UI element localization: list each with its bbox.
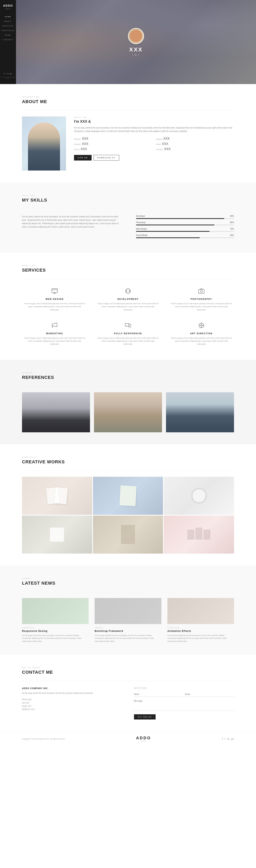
news-image-3	[167, 598, 234, 624]
linkedin-value: XXX	[164, 147, 170, 151]
portfolio-deco-3	[164, 477, 234, 515]
sidebar-logo: ADDO	[3, 4, 13, 7]
portfolio-item-2[interactable]	[93, 477, 163, 515]
skill-photoshop: Photoshop 80%	[136, 221, 234, 225]
skill-socialmedia-fill	[136, 237, 200, 238]
portfolio-item-1[interactable]	[22, 477, 92, 515]
footer-gplus-icon[interactable]: g+	[231, 738, 234, 740]
portfolio-deco-1	[22, 477, 92, 515]
portfolio-clock	[191, 488, 207, 504]
news-title-3[interactable]: Animation Effects	[167, 630, 234, 632]
services-grid: Web Desing Fusce congue, arcu in ullamco…	[22, 285, 234, 348]
portfolio-section-label: PORTFOLIO	[22, 456, 234, 458]
service-responsive-title: Fully Responsive	[97, 332, 159, 335]
hero-background: XXX I'm |	[16, 0, 256, 84]
footer-twitter-icon[interactable]: t	[225, 738, 225, 740]
service-marketing: Marketing Fusce congue, arcu in ullamcor…	[22, 319, 87, 348]
linkedin-label: LinkedIn:	[156, 149, 163, 151]
services-divider	[22, 279, 234, 279]
news-title-2[interactable]: Bootstrap Framework	[95, 630, 161, 632]
skill-photoshop-bar	[136, 224, 234, 225]
hero-name: XXX	[128, 46, 144, 53]
about-section-label: INFORMATION	[22, 96, 234, 98]
skills-section: SKILL SET MY SKILLS Far far away, behind…	[0, 183, 256, 253]
footer-copyright: Copyright © 2023 Company name. All right…	[22, 738, 65, 740]
nav-contact[interactable]: CONTACT	[2, 39, 14, 41]
contact-name-input[interactable]	[134, 692, 183, 697]
portfolio-item-5[interactable]	[93, 516, 163, 554]
skill-photoshop-label: Photoshop	[136, 221, 146, 223]
portfolio-bag-1	[187, 530, 194, 539]
footer-instagram-icon[interactable]: in	[227, 738, 229, 740]
portfolio-tote-bag	[50, 528, 64, 541]
skill-photoshop-fill	[136, 224, 214, 225]
svg-point-6	[200, 290, 202, 292]
email-value: XXX	[162, 142, 168, 146]
news-title-1[interactable]: Responsive Desing	[22, 630, 89, 632]
contact-company-name: ADDO COMPANY INC.	[22, 687, 122, 689]
reference-photo-1	[22, 392, 90, 432]
degree-label: Degree:	[156, 138, 162, 140]
svg-rect-0	[52, 288, 57, 292]
service-photography: Photography Fusce congue, arcu in ullamc…	[169, 285, 234, 313]
footer-social: f t in g+	[222, 738, 234, 740]
nav-portfolio[interactable]: PORTFOLIO	[2, 30, 14, 31]
portfolio-deco-2	[93, 477, 163, 515]
portfolio-item-3[interactable]	[164, 477, 234, 515]
portfolio-item-4[interactable]	[22, 516, 92, 554]
about-email: Email: XXX	[156, 142, 234, 146]
hero-content: XXX I'm |	[128, 28, 144, 56]
about-info: ABOUT ME I'm XXX & Far far away, behind …	[74, 117, 234, 170]
skill-developer: Developer 90%	[136, 215, 234, 219]
service-art-direction: Art Direction Fusce congue, arcu in ulla…	[169, 319, 234, 348]
about-website: Website: XXX	[74, 142, 152, 146]
birthday-value: XXX	[82, 137, 88, 140]
skills-bars: Developer 90% Photoshop 80% Web Design	[136, 215, 234, 241]
portfolio-book-1	[119, 485, 136, 506]
contact-email-input[interactable]	[185, 692, 234, 697]
social-twitter-icon[interactable]: t	[6, 73, 6, 75]
contact-send-button[interactable]: Say Hello!	[134, 714, 156, 719]
hero-typing: I'm |	[128, 54, 144, 56]
reference-card-1	[22, 392, 90, 432]
news-section: LATEST LATEST NEWS LIFESTYLE Responsive …	[0, 566, 256, 655]
about-phone: Phone: XXX	[74, 147, 152, 151]
footer-logo: ADDO	[136, 736, 151, 740]
contact-form: GET IN TOUCH Say Hello!	[134, 687, 234, 719]
skills-section-title: MY SKILLS	[22, 197, 234, 203]
contact-section-title: CONTACT ME	[22, 670, 234, 675]
about-birthday: Birthday: XXX	[74, 137, 152, 141]
social-linkedin-icon[interactable]: g+	[10, 73, 12, 75]
responsive-icon	[124, 321, 132, 330]
social-instagram-icon[interactable]: in	[7, 73, 9, 75]
website-label: Website:	[74, 143, 81, 145]
nav-about[interactable]: ABOUT	[2, 21, 14, 22]
footer-facebook-icon[interactable]: f	[222, 738, 223, 740]
hero-section: ADDO XXX HOME ABOUT SERVICES PORTFOLIO N…	[0, 0, 256, 84]
nav-news[interactable]: NEWS	[2, 34, 14, 36]
news-category-2: TRAVEL	[95, 627, 161, 629]
footer-logo-sub: XXX	[136, 740, 151, 742]
download-cv-button[interactable]: DOWNLOAD CV	[94, 155, 119, 160]
nav-services[interactable]: SERVICES	[2, 25, 14, 27]
skill-webdesign-label: Web Design	[136, 228, 147, 230]
birthday-label: Birthday:	[74, 138, 81, 140]
hire-me-button[interactable]: HIRE ME	[74, 155, 92, 160]
about-grid: ABOUT ME I'm XXX & Far far away, behind …	[22, 117, 234, 170]
social-facebook-icon[interactable]: f	[4, 73, 5, 75]
nav-home[interactable]: HOME	[2, 16, 14, 18]
phone-label: Phone:	[74, 149, 80, 151]
references-grid	[22, 392, 234, 432]
portfolio-box-2	[55, 487, 68, 504]
footer-brand: ADDO XXX	[136, 736, 151, 742]
references-section-title: REFERENCES	[22, 375, 234, 380]
about-photo-person	[28, 123, 60, 170]
contact-message-input[interactable]	[134, 699, 234, 711]
service-responsive-text: Fusce congue, arcu in ullamcorper placer…	[97, 337, 159, 346]
portfolio-item-6[interactable]	[164, 516, 234, 554]
reference-card-3	[166, 392, 234, 432]
news-image-2	[95, 598, 161, 624]
portfolio-grid	[22, 477, 234, 554]
development-icon	[124, 287, 132, 295]
sidebar-nav: HOME ABOUT SERVICES PORTFOLIO NEWS CONTA…	[2, 16, 14, 73]
